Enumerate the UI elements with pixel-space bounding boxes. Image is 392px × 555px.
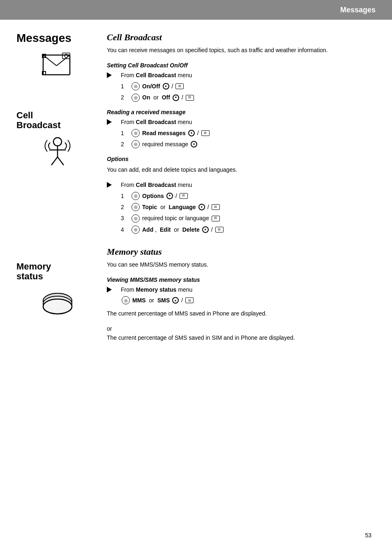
required-topic-label: required topic or language bbox=[142, 214, 209, 223]
add-label: Add bbox=[142, 225, 153, 234]
setting-steps: 1 On/Off / ⊟ 2 On or Off / ⊟ bbox=[121, 82, 376, 102]
reading-from-menu-line: From Cell Broadcast menu bbox=[107, 119, 376, 125]
memory-status-description: You can see MMS/SMS memory status. bbox=[107, 260, 376, 269]
center-icon-r2 bbox=[191, 141, 197, 147]
options-label: Options bbox=[142, 191, 164, 200]
memory-status-title: Memory status bbox=[107, 246, 376, 257]
sidebar-section-messages: Messages bbox=[16, 32, 99, 90]
memory-from-menu-text: From Memory status menu bbox=[121, 286, 192, 293]
arrow-icon-3 bbox=[107, 182, 119, 188]
memory-desc2: The current percentage of SMS saved in S… bbox=[107, 334, 376, 342]
options-from-menu-line: From Cell Broadcast menu bbox=[107, 182, 376, 188]
nav-icon-2 bbox=[131, 94, 140, 102]
nav-icon-1 bbox=[131, 82, 140, 90]
setting-step-1: 1 On/Off / ⊟ bbox=[121, 82, 376, 91]
cell-broadcast-description: You can receive messages on specified to… bbox=[107, 46, 376, 55]
center-icon-o4 bbox=[202, 226, 209, 233]
select-icon-o4: ⊟ bbox=[215, 227, 224, 233]
sidebar-section-memory-status: Memorystatus bbox=[16, 262, 99, 327]
header-bar: Messages bbox=[0, 0, 392, 20]
svg-line-10 bbox=[51, 157, 58, 165]
select-icon-o1: ⊟ bbox=[180, 193, 188, 199]
setting-from-menu-text: From Cell Broadcast menu bbox=[121, 72, 192, 78]
center-icon-o2 bbox=[198, 204, 205, 210]
reading-step-1: 1 Read messages / ⊟ bbox=[121, 129, 376, 138]
sidebar-memory-status-title: Memorystatus bbox=[16, 262, 99, 281]
arrow-icon-1 bbox=[107, 72, 119, 78]
options-step-1: 1 Options / ⊟ bbox=[121, 191, 376, 200]
setting-step-2: 2 On or Off / ⊟ bbox=[121, 93, 376, 102]
svg-point-7 bbox=[53, 138, 62, 146]
sidebar-cell-broadcast-title: CellBroadcast bbox=[16, 111, 99, 130]
sidebar-section-cell-broadcast: CellBroadcast bbox=[16, 111, 99, 175]
step-num-o2: 2 bbox=[121, 203, 127, 212]
center-icon-r1 bbox=[188, 130, 195, 136]
reading-subtitle: Reading a received message bbox=[107, 109, 376, 115]
page-number: 53 bbox=[365, 532, 371, 539]
svg-line-1 bbox=[43, 55, 57, 66]
nav-icon-r1 bbox=[131, 129, 140, 137]
or-o2: or bbox=[159, 203, 167, 212]
memory-status-section: Memory status You can see MMS/SMS memory… bbox=[107, 246, 376, 342]
reading-step-2: 2 required message bbox=[121, 140, 376, 149]
memory-from-menu-line: From Memory status menu bbox=[107, 286, 376, 293]
step-num-1: 1 bbox=[121, 82, 127, 91]
select-icon-1: ⊟ bbox=[175, 83, 184, 89]
sidebar-messages-title: Messages bbox=[16, 32, 99, 45]
options-steps: 1 Options / ⊟ 2 Topic or Language / ⊟ bbox=[121, 191, 376, 235]
options-subtitle: Options bbox=[107, 156, 376, 162]
center-icon-m1 bbox=[172, 297, 179, 304]
or-label: or bbox=[107, 325, 376, 332]
nav-icon-r2 bbox=[131, 140, 140, 148]
memory-icon bbox=[16, 286, 99, 319]
required-message-label: required message bbox=[142, 140, 188, 149]
viewing-subtitle: Viewing MMS/SMS memory status bbox=[107, 276, 376, 283]
messages-icon bbox=[16, 49, 99, 82]
step-num-o3: 3 bbox=[121, 214, 127, 223]
step-num-o4: 4 bbox=[121, 225, 127, 234]
nav-icon-o2 bbox=[131, 203, 140, 211]
slash-o4: / bbox=[211, 225, 213, 234]
center-icon-o1 bbox=[166, 193, 173, 199]
reading-from-menu-text: From Cell Broadcast menu bbox=[121, 119, 192, 125]
nav-icon-o3 bbox=[131, 214, 140, 223]
options-step-3: 3 required topic or language ⊟ bbox=[121, 214, 376, 223]
select-icon-2: ⊟ bbox=[186, 95, 194, 101]
step-num-r1: 1 bbox=[121, 129, 127, 138]
setting-on-off-subtitle: Setting Cell Broadcast On/Off bbox=[107, 62, 376, 69]
svg-point-17 bbox=[43, 299, 72, 314]
center-icon-2 bbox=[173, 94, 179, 101]
delete-label: Delete bbox=[182, 225, 200, 234]
svg-line-11 bbox=[58, 157, 64, 165]
mms-label: MMS bbox=[132, 297, 146, 304]
nav-icon-o1 bbox=[131, 192, 140, 200]
main-content: Messages CellBro bbox=[0, 20, 392, 367]
sms-label: SMS bbox=[157, 297, 170, 304]
broadcast-icon bbox=[16, 134, 99, 167]
slash-1: / bbox=[172, 82, 173, 91]
options-step-4: 4 Add, Edit or Delete / ⊟ bbox=[121, 225, 376, 234]
right-content: Cell Broadcast You can receive messages … bbox=[99, 32, 376, 355]
options-from-menu-text: From Cell Broadcast menu bbox=[121, 182, 192, 188]
arrow-icon-2 bbox=[107, 119, 119, 125]
slash-o1: / bbox=[175, 191, 177, 200]
options-description: You can add, edit and delete topics and … bbox=[107, 166, 376, 174]
step-num-o1: 1 bbox=[121, 191, 127, 200]
step-2-off: Off bbox=[162, 93, 170, 102]
nav-icon-o4 bbox=[131, 226, 140, 234]
slash-2: / bbox=[182, 93, 183, 102]
nav-icon-m1 bbox=[122, 296, 130, 304]
memory-mms-sms-line: MMS or SMS / ⊟ bbox=[121, 296, 376, 304]
select-icon-r1: ⊟ bbox=[201, 130, 210, 136]
or-m: or bbox=[148, 297, 156, 304]
slash-o2: / bbox=[208, 203, 209, 212]
topic-label: Topic bbox=[142, 203, 157, 212]
or-text-1: or bbox=[152, 93, 160, 102]
language-label: Language bbox=[169, 203, 196, 212]
step-num-2: 2 bbox=[121, 93, 127, 102]
step-2-on: On bbox=[142, 93, 150, 102]
step-num-r2: 2 bbox=[121, 140, 127, 149]
select-icon-o3: ⊟ bbox=[212, 216, 220, 221]
slash-m1: / bbox=[181, 297, 183, 304]
arrow-icon-4 bbox=[107, 287, 119, 292]
